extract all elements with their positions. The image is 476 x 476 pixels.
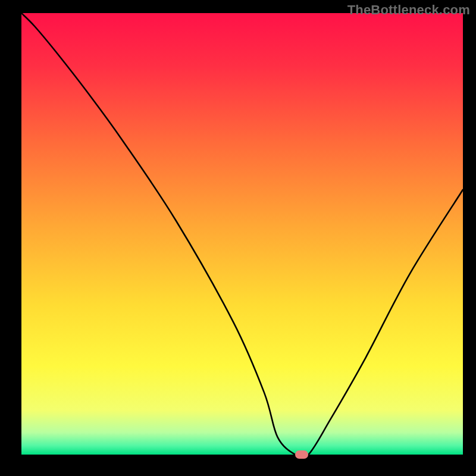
watermark-text: TheBottleneck.com [347, 2, 470, 18]
optimum-marker [295, 450, 308, 459]
chart-svg [21, 13, 463, 455]
plot-area [21, 13, 463, 455]
chart-frame: TheBottleneck.com [0, 0, 476, 476]
gradient-background [21, 13, 463, 455]
